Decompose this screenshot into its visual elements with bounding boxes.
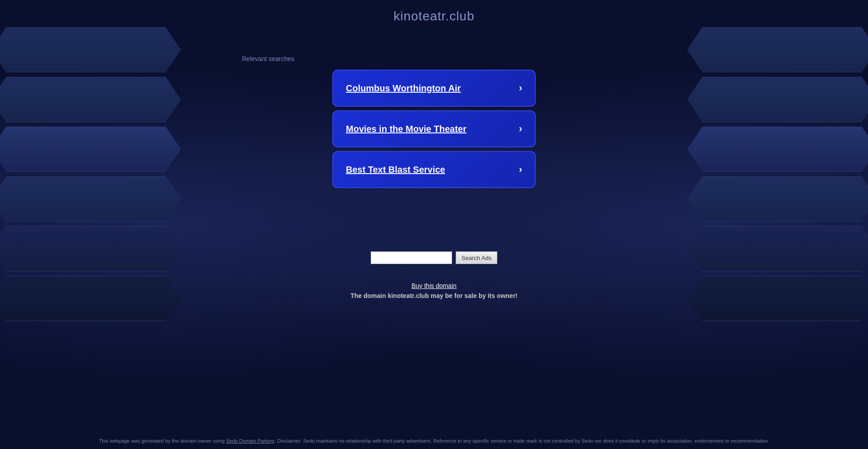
search-button-movies[interactable]: Movies in the Movie Theater › [332,110,536,147]
disclaimer-suffix: . Disclaimer: Sedo maintains no relation… [274,438,769,444]
footer-section: Buy this domain The domain kinoteatr.clu… [350,282,518,299]
domain-name-bold: kinoteatr.club [388,292,429,299]
search-button-text-blast-text: Best Text Blast Service [346,165,445,175]
chevron-right-icon: › [519,164,522,175]
site-title: kinoteatr.club [394,9,475,24]
search-button-columbus[interactable]: Columbus Worthington Air › [332,70,536,107]
disclaimer-bar: This webpage was generated by the domain… [0,433,868,449]
search-button-movies-text: Movies in the Movie Theater [346,124,467,134]
search-ads-button[interactable]: Search Ads [456,251,498,264]
domain-sale-text: The domain kinoteatr.club may be for sal… [350,292,518,299]
search-button-text-blast[interactable]: Best Text Blast Service › [332,151,536,188]
chevron-right-icon: › [519,82,522,94]
sedo-link[interactable]: Sedo Domain Parking [226,438,274,444]
search-bar-section: Search Ads [371,251,498,264]
buy-domain-link[interactable]: Buy this domain [411,282,457,289]
sale-text-suffix: may be for sale by its owner! [429,292,518,299]
search-button-columbus-text: Columbus Worthington Air [346,83,461,94]
relevant-searches-label: Relevant searches [242,55,294,62]
page-wrapper: kinoteatr.club Relevant searches Columbu… [0,0,868,299]
search-buttons-container: Columbus Worthington Air › Movies in the… [332,70,536,188]
sale-text-prefix: The domain [350,292,387,299]
chevron-right-icon: › [519,123,522,135]
disclaimer-prefix: This webpage was generated by the domain… [99,438,226,444]
search-input[interactable] [371,251,452,264]
